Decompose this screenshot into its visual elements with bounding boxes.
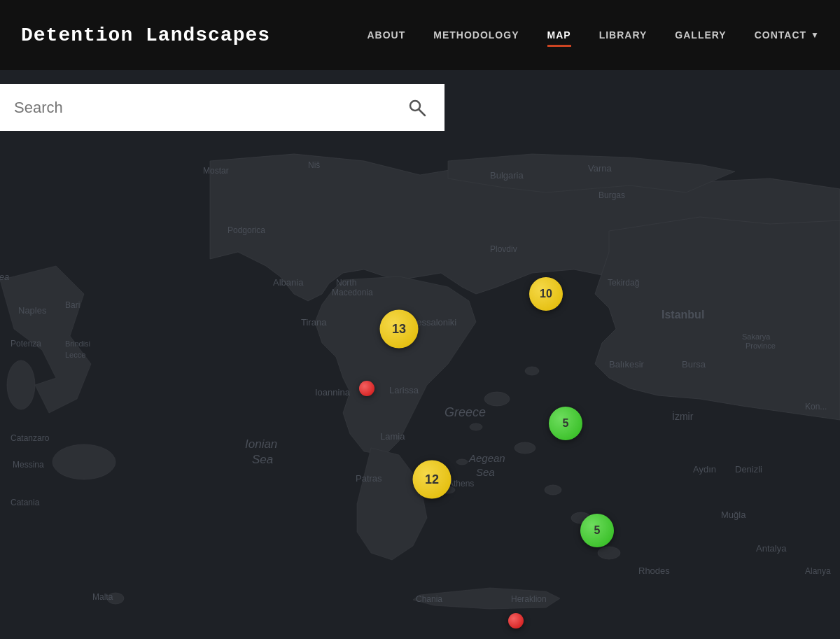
nav-item-contact[interactable]: CONTACT [755, 26, 806, 44]
main-nav: ABOUTMETHODOLOGYMAPLIBRARYGALLERYCONTACT… [367, 26, 819, 44]
contact-dropdown-arrow: ▼ [811, 30, 819, 40]
svg-text:Bari: Bari [65, 300, 80, 310]
svg-text:İzmir: İzmir [672, 410, 694, 422]
svg-point-9 [525, 367, 539, 375]
svg-text:Lecce: Lecce [65, 351, 85, 359]
svg-text:Lamia: Lamia [380, 431, 405, 442]
svg-text:Aegean: Aegean [468, 452, 505, 464]
svg-text:Alanya: Alanya [805, 566, 831, 576]
svg-text:Mostar: Mostar [203, 166, 229, 176]
map-marker-m4[interactable]: 5 [549, 407, 582, 440]
svg-text:Catanzaro: Catanzaro [10, 433, 50, 443]
svg-text:Balıkesir: Balıkesir [609, 359, 645, 370]
site-title[interactable]: Detention Landscapes [21, 24, 270, 46]
search-button[interactable] [404, 94, 430, 121]
svg-text:Tirana: Tirana [301, 317, 327, 328]
svg-point-5 [484, 392, 510, 406]
svg-text:Larissa: Larissa [389, 385, 419, 395]
svg-text:Tekirdağ: Tekirdağ [608, 278, 639, 288]
svg-text:Province: Province [746, 342, 776, 350]
header: Detention Landscapes ABOUTMETHODOLOGYMAP… [0, 0, 840, 70]
svg-text:Plovdiv: Plovdiv [490, 244, 517, 254]
svg-text:Athens: Athens [448, 479, 474, 489]
svg-point-6 [514, 442, 536, 454]
svg-text:Messina: Messina [13, 460, 44, 470]
svg-text:Denizli: Denizli [735, 464, 762, 475]
map-marker-m6[interactable]: 5 [580, 514, 614, 547]
map-background: Greece Ionian Sea Aegean Sea Mediterrane… [0, 70, 840, 639]
svg-text:Sea: Sea [0, 272, 9, 282]
svg-text:Bulgaria: Bulgaria [490, 170, 524, 181]
svg-point-3 [7, 360, 35, 409]
svg-text:Aydın: Aydın [693, 464, 716, 475]
map-container: Greece Ionian Sea Aegean Sea Mediterrane… [0, 70, 840, 639]
svg-text:Kon...: Kon... [805, 402, 827, 412]
search-input[interactable] [14, 99, 404, 117]
map-marker-m3[interactable] [359, 381, 374, 396]
map-marker-m7[interactable] [508, 613, 524, 629]
svg-text:Burgas: Burgas [598, 190, 625, 200]
svg-text:Bursa: Bursa [682, 359, 706, 370]
svg-text:Istanbul: Istanbul [662, 309, 704, 321]
svg-text:Ioannina: Ioannina [315, 387, 351, 398]
svg-text:Niš: Niš [308, 160, 320, 170]
svg-text:Patras: Patras [356, 473, 382, 484]
svg-text:Catania: Catania [10, 498, 40, 507]
svg-line-65 [419, 109, 426, 115]
svg-text:Chania: Chania [416, 594, 442, 604]
svg-point-2 [52, 444, 115, 479]
svg-text:Sea: Sea [476, 466, 495, 478]
nav-item-library[interactable]: LIBRARY [599, 26, 648, 44]
svg-text:Sea: Sea [252, 453, 273, 466]
svg-point-11 [456, 459, 468, 465]
svg-point-13 [598, 547, 620, 559]
nav-item-gallery[interactable]: GALLERY [675, 26, 726, 44]
svg-text:Macedonia: Macedonia [332, 288, 373, 297]
svg-text:Antalya: Antalya [756, 543, 787, 554]
svg-text:Greece: Greece [444, 405, 486, 419]
svg-text:Naples: Naples [18, 305, 47, 316]
nav-contact-wrapper[interactable]: CONTACT▼ [755, 26, 819, 44]
svg-text:Rhodes: Rhodes [638, 566, 670, 576]
nav-item-map[interactable]: MAP [547, 26, 571, 44]
svg-text:Potenza: Potenza [10, 339, 41, 349]
svg-point-10 [470, 423, 482, 430]
svg-text:Albania: Albania [273, 277, 304, 288]
nav-item-about[interactable]: ABOUT [367, 26, 405, 44]
svg-text:Sakarya: Sakarya [742, 332, 771, 341]
svg-text:Muğla: Muğla [721, 510, 746, 520]
svg-text:Ionian: Ionian [245, 437, 277, 451]
svg-text:Varna: Varna [588, 163, 612, 174]
svg-text:Brindisi: Brindisi [65, 339, 90, 348]
svg-text:North: North [336, 278, 356, 288]
search-box [0, 84, 444, 131]
map-marker-m2[interactable]: 10 [529, 277, 563, 311]
map-marker-m5[interactable]: 12 [413, 461, 451, 499]
nav-item-methodology[interactable]: METHODOLOGY [433, 26, 519, 44]
svg-text:Podgorica: Podgorica [227, 225, 265, 235]
svg-text:Heraklion: Heraklion [511, 594, 547, 604]
svg-point-7 [545, 485, 561, 495]
svg-text:Malta: Malta [92, 592, 113, 602]
map-marker-m1[interactable]: 13 [380, 310, 419, 349]
